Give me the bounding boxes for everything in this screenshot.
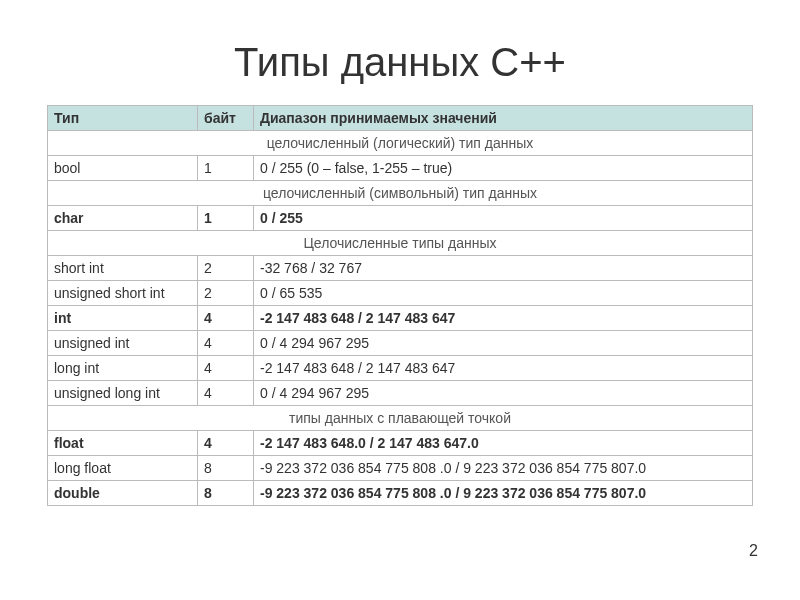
types-table: Тип байт Диапазон принимаемых значений ц… [47, 105, 753, 506]
section-integer: Целочисленные типы данных [48, 231, 753, 256]
section-label: целочисленный (символьный) тип данных [48, 181, 753, 206]
cell-range: -2 147 483 648.0 / 2 147 483 647.0 [254, 431, 753, 456]
cell-bytes: 4 [198, 431, 254, 456]
cell-range: -9 223 372 036 854 775 808 .0 / 9 223 37… [254, 481, 753, 506]
cell-bytes: 4 [198, 306, 254, 331]
cell-range: -2 147 483 648 / 2 147 483 647 [254, 356, 753, 381]
cell-range: -9 223 372 036 854 775 808 .0 / 9 223 37… [254, 456, 753, 481]
table-row: unsigned short int 2 0 / 65 535 [48, 281, 753, 306]
cell-type: char [48, 206, 198, 231]
cell-type: unsigned long int [48, 381, 198, 406]
section-char: целочисленный (символьный) тип данных [48, 181, 753, 206]
cell-range: 0 / 4 294 967 295 [254, 331, 753, 356]
section-label: типы данных с плавающей точкой [48, 406, 753, 431]
cell-range: -2 147 483 648 / 2 147 483 647 [254, 306, 753, 331]
section-label: целочисленный (логический) тип данных [48, 131, 753, 156]
cell-type: long float [48, 456, 198, 481]
cell-range: 0 / 65 535 [254, 281, 753, 306]
cell-range: 0 / 255 (0 – false, 1-255 – true) [254, 156, 753, 181]
table-row: char 1 0 / 255 [48, 206, 753, 231]
table-row: short int 2 -32 768 / 32 767 [48, 256, 753, 281]
cell-bytes: 4 [198, 331, 254, 356]
cell-type: long int [48, 356, 198, 381]
table-row: double 8 -9 223 372 036 854 775 808 .0 /… [48, 481, 753, 506]
cell-type: unsigned int [48, 331, 198, 356]
table-header-row: Тип байт Диапазон принимаемых значений [48, 106, 753, 131]
table-row: float 4 -2 147 483 648.0 / 2 147 483 647… [48, 431, 753, 456]
section-label: Целочисленные типы данных [48, 231, 753, 256]
cell-type: double [48, 481, 198, 506]
cell-bytes: 8 [198, 456, 254, 481]
cell-bytes: 4 [198, 356, 254, 381]
cell-range: -32 768 / 32 767 [254, 256, 753, 281]
page-number: 2 [749, 542, 758, 560]
cell-type: unsigned short int [48, 281, 198, 306]
cell-type: bool [48, 156, 198, 181]
cell-bytes: 4 [198, 381, 254, 406]
cell-bytes: 1 [198, 206, 254, 231]
cell-range: 0 / 255 [254, 206, 753, 231]
table-row: unsigned int 4 0 / 4 294 967 295 [48, 331, 753, 356]
header-type: Тип [48, 106, 198, 131]
header-range: Диапазон принимаемых значений [254, 106, 753, 131]
cell-type: short int [48, 256, 198, 281]
page-title: Типы данных С++ [0, 40, 800, 85]
slide: Типы данных С++ Тип байт Диапазон приним… [0, 40, 800, 600]
cell-bytes: 8 [198, 481, 254, 506]
cell-type: int [48, 306, 198, 331]
cell-type: float [48, 431, 198, 456]
table-row: int 4 -2 147 483 648 / 2 147 483 647 [48, 306, 753, 331]
cell-bytes: 2 [198, 281, 254, 306]
cell-bytes: 1 [198, 156, 254, 181]
table-row: unsigned long int 4 0 / 4 294 967 295 [48, 381, 753, 406]
table-row: long int 4 -2 147 483 648 / 2 147 483 64… [48, 356, 753, 381]
cell-bytes: 2 [198, 256, 254, 281]
table-row: bool 1 0 / 255 (0 – false, 1-255 – true) [48, 156, 753, 181]
section-float: типы данных с плавающей точкой [48, 406, 753, 431]
cell-range: 0 / 4 294 967 295 [254, 381, 753, 406]
section-logical: целочисленный (логический) тип данных [48, 131, 753, 156]
table-row: long float 8 -9 223 372 036 854 775 808 … [48, 456, 753, 481]
header-bytes: байт [198, 106, 254, 131]
